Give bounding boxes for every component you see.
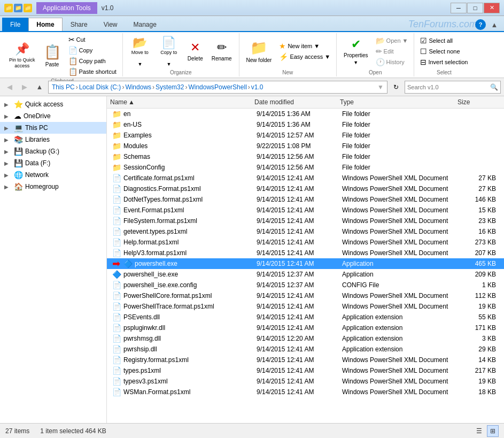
item-count: 27 items (5, 427, 29, 435)
easy-access-button[interactable]: ⚡ Easy access ▼ (276, 51, 333, 62)
move-to-icon: 📂 (133, 36, 147, 50)
sidebar-item-homegroup[interactable]: ▶ 🏠 Homegroup (0, 181, 106, 193)
properties-button[interactable]: ✔ Properties ▼ (340, 34, 372, 68)
sidebar-item-backup[interactable]: ▶ 💾 Backup (G:) (0, 145, 106, 157)
table-row[interactable]: 📄powershell_ise.exe.config9/14/2015 12:3… (107, 280, 504, 290)
breadcrumb-v10[interactable]: v1.0 (251, 83, 263, 91)
refresh-button[interactable]: ↻ (390, 81, 402, 94)
breadcrumb-local-disk[interactable]: Local Disk (C:) (79, 83, 121, 91)
table-row[interactable]: 📄pspluginwkr.dll9/14/2015 12:41 AMApplic… (107, 322, 504, 333)
tab-share[interactable]: Share (63, 18, 96, 31)
table-row[interactable]: 📄Certificate.format.ps1xml9/14/2015 12:4… (107, 173, 504, 183)
table-row[interactable]: 📄HelpV3.format.ps1xml9/14/2015 12:41 AMW… (107, 248, 504, 258)
new-item-button[interactable]: ★ New item ▼ (276, 41, 333, 51)
col-header-date[interactable]: Date modified (251, 97, 337, 107)
tab-file[interactable]: File (2, 18, 28, 31)
copy-button[interactable]: 📄 Copy (66, 45, 119, 56)
table-row[interactable]: 📄Registry.format.ps1xml9/14/2015 12:41 A… (107, 355, 504, 365)
table-row[interactable]: 📄PowerShellTrace.format.ps1xml9/14/2015 … (107, 301, 504, 312)
breadcrumb-windowspowershell[interactable]: WindowsPowerShell (188, 83, 246, 91)
file-name-cell: 📄Certificate.format.ps1xml (109, 173, 253, 183)
breadcrumb-windows[interactable]: Windows (125, 83, 151, 91)
select-all-button[interactable]: ☑ Select all (417, 35, 470, 46)
tab-home[interactable]: Home (28, 18, 62, 31)
sidebar-item-onedrive[interactable]: ▶ ☁ OneDrive (0, 110, 106, 122)
edit-button[interactable]: ✏ Edit (373, 46, 411, 57)
organize-label: Organize (170, 70, 192, 75)
minimize-button[interactable]: ─ (451, 3, 467, 13)
maximize-button[interactable]: □ (467, 3, 483, 13)
table-row[interactable]: 🔷powershell_ise.exe9/14/2015 12:37 AMApp… (107, 269, 504, 280)
table-row[interactable]: 📄types.ps1xml9/14/2015 12:41 AMWindows P… (107, 365, 504, 376)
dropdown-arrow[interactable]: ▼ (377, 83, 384, 91)
search-input[interactable] (407, 84, 490, 90)
file-type-cell: Windows PowerShell XML Document (339, 227, 456, 236)
paste-shortcut-button[interactable]: 📋 Paste shortcut (66, 66, 119, 77)
breadcrumb-this-pc[interactable]: This PC (52, 83, 75, 91)
move-to-button[interactable]: 📂 Move to ▼ (126, 34, 154, 68)
open-buttons: ✔ Properties ▼ 📂 Open ▼ ✏ Edit 🕐 History (340, 34, 410, 68)
file-name-cell: 📄WSMan.Format.ps1xml (109, 387, 253, 397)
sidebar-item-quick-access[interactable]: ▶ ⭐ Quick access (0, 98, 106, 110)
close-button[interactable]: ✕ (484, 3, 500, 13)
col-header-type[interactable]: Type (337, 97, 454, 107)
file-size-cell: 209 KB (456, 270, 499, 279)
table-row[interactable]: 📁en9/14/2015 1:36 AMFile folder (107, 109, 504, 119)
tab-manage[interactable]: Manage (126, 18, 165, 31)
file-name-cell: 📄DotNetTypes.format.ps1xml (109, 195, 253, 204)
sidebar: ▶ ⭐ Quick access ▶ ☁ OneDrive ▶ 💻 This P… (0, 96, 107, 423)
copy-path-button[interactable]: 📋 Copy path (66, 56, 119, 66)
table-row[interactable]: 📄Diagnostics.Format.ps1xml9/14/2015 12:4… (107, 183, 504, 194)
select-none-button[interactable]: ☐ Select none (417, 46, 470, 57)
file-name-cell: 📁Examples (109, 130, 253, 140)
details-view-button[interactable]: ☰ (473, 425, 485, 437)
breadcrumb-system32[interactable]: System32 (156, 83, 184, 91)
col-header-name[interactable]: Name ▲ (107, 97, 251, 107)
table-row[interactable]: 📄Help.format.ps1xml9/14/2015 12:41 AMWin… (107, 237, 504, 248)
table-row[interactable]: 📄pwrshmsg.dll9/14/2015 12:20 AMApplicati… (107, 333, 504, 344)
copy-to-button[interactable]: 📄 Copy to ▼ (155, 34, 183, 68)
table-row[interactable]: 📁Schemas9/14/2015 12:56 AMFile folder (107, 151, 504, 162)
table-row[interactable]: 📄DotNetTypes.format.ps1xml9/14/2015 12:4… (107, 194, 504, 205)
ribbon-group-organize: 📂 Move to ▼ 📄 Copy to ▼ ✕ Delete ✏ Renam… (123, 33, 239, 76)
table-row[interactable]: 📄PowerShellCore.format.ps1xml9/14/2015 1… (107, 290, 504, 301)
pin-to-quick-access-button[interactable]: 📌 Pin to Quick access (5, 39, 39, 73)
file-type-cell: Windows PowerShell XML Document (339, 185, 456, 193)
col-header-size[interactable]: Size (454, 97, 497, 107)
open-button[interactable]: 📂 Open ▼ (373, 35, 411, 46)
ribbon-collapse-button[interactable]: ▲ (488, 18, 501, 31)
sidebar-item-network[interactable]: ▶ 🌐 Network (0, 169, 106, 181)
paste-button[interactable]: 📋 Paste (40, 39, 65, 73)
table-row[interactable]: 📁Modules9/22/2015 1:08 PMFile folder (107, 141, 504, 151)
history-button[interactable]: 🕐 History (373, 57, 411, 67)
table-row[interactable]: 📁Examples9/14/2015 12:57 AMFile folder (107, 130, 504, 141)
forward-button[interactable]: ▶ (18, 81, 31, 94)
rename-button[interactable]: ✏ Rename (208, 34, 236, 68)
table-row[interactable]: ➡🔷powershell.exe9/14/2015 12:41 AMApplic… (107, 258, 504, 269)
table-row[interactable]: 📄typesv3.ps1xml9/14/2015 12:41 AMWindows… (107, 376, 504, 387)
table-row[interactable]: 📄pwrshsip.dll9/14/2015 12:41 AMApplicati… (107, 344, 504, 355)
sidebar-item-libraries[interactable]: ▶ 📚 Libraries (0, 134, 106, 145)
new-folder-button[interactable]: 📁 New folder (243, 34, 276, 68)
file-size-cell: 217 KB (456, 366, 499, 375)
file-name-cell: 🔷powershell_ise.exe (109, 270, 253, 279)
search-icon[interactable]: 🔍 (490, 83, 498, 91)
table-row[interactable]: 📄FileSystem.format.ps1xml9/14/2015 12:41… (107, 216, 504, 226)
address-path[interactable]: This PC › Local Disk (C:) › Windows › Sy… (48, 81, 387, 94)
list-view-button[interactable]: ⊞ (487, 425, 499, 437)
delete-button[interactable]: ✕ Delete (184, 34, 207, 68)
sidebar-item-this-pc[interactable]: ▶ 💻 This PC (0, 122, 106, 134)
table-row[interactable]: 📁en-US9/14/2015 1:36 AMFile folder (107, 119, 504, 130)
table-row[interactable]: 📄PSEvents.dll9/14/2015 12:41 AMApplicati… (107, 312, 504, 322)
table-row[interactable]: 📄getevent.types.ps1xml9/14/2015 12:41 AM… (107, 226, 504, 237)
up-button[interactable]: ▲ (33, 81, 46, 94)
table-row[interactable]: 📁SessionConfig9/14/2015 12:56 AMFile fol… (107, 162, 504, 173)
cut-button[interactable]: ✂ Cut (66, 34, 119, 45)
back-button[interactable]: ◀ (3, 81, 16, 94)
sidebar-item-data[interactable]: ▶ 💾 Data (F:) (0, 157, 106, 169)
table-row[interactable]: 📄Event.Format.ps1xml9/14/2015 12:41 AMWi… (107, 205, 504, 216)
table-row[interactable]: 📄WSMan.Format.ps1xml9/14/2015 12:41 AMWi… (107, 387, 504, 397)
tab-view[interactable]: View (96, 18, 126, 31)
invert-selection-button[interactable]: ⊟ Invert selection (417, 57, 470, 67)
organize-buttons: 📂 Move to ▼ 📄 Copy to ▼ ✕ Delete ✏ Renam… (126, 34, 236, 68)
